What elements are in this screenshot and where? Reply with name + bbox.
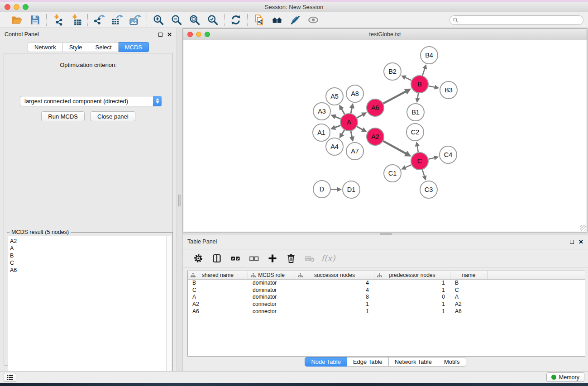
graph-edge-A-A2[interactable] [357,127,363,130]
graph-edge-B-B4[interactable] [422,68,425,76]
delete-row-button[interactable] [285,252,297,265]
export-image-button[interactable] [129,14,142,26]
graph-edge-A-A5[interactable] [341,109,344,114]
table-tab-motifs[interactable]: Motifs [438,357,466,367]
close-panel-icon[interactable]: ✕ [167,33,172,37]
result-item[interactable]: B [10,252,166,259]
control-tab-mcds[interactable]: MCDS [119,42,149,52]
zoom-out-button[interactable] [170,14,183,26]
fx-icon: f(x) [321,253,335,263]
table-tab-edge-table[interactable]: Edge Table [347,357,389,367]
network-graph[interactable]: A5A8A6A3AA1A2A4A7B2B4BB3B1C2CC4C1C3DD1 [183,40,587,232]
task-history-button[interactable] [4,373,16,382]
table-tab-node-table[interactable]: Node Table [305,357,347,367]
vertical-splitter[interactable] [177,28,183,371]
refresh-button[interactable] [229,14,242,26]
export-table-icon [111,14,123,26]
save-session-button[interactable] [29,14,41,26]
node-label: A6 [371,104,379,111]
control-tab-network[interactable]: Network [28,42,63,52]
graph-edge-C-C3[interactable] [422,170,425,177]
edge-arrowhead-icon [349,136,354,142]
control-tab-select[interactable]: Select [89,42,119,52]
table-cell: dominator [248,287,295,294]
open-session-button[interactable] [10,14,23,26]
float-panel-icon[interactable] [570,240,574,244]
table-tab-network-table[interactable]: Network Table [389,357,438,367]
resize-grip-icon[interactable] [580,225,586,231]
splitter-handle[interactable] [380,233,392,235]
table-settings-button[interactable] [192,252,205,265]
graph-edge-B-B3[interactable] [429,86,435,87]
table-cell: C [450,287,488,294]
import-table-button[interactable] [70,14,82,26]
show-columns-button[interactable] [210,252,223,265]
run-mcds-button[interactable]: Run MCDS [41,111,85,121]
node-table[interactable]: shared nameMCDS rolesuccessor nodesprede… [187,271,585,357]
column-header-MCDS-role[interactable]: MCDS role [248,271,295,279]
result-item[interactable]: A2 [10,238,166,245]
graph-edge-A-A6[interactable] [357,114,363,118]
memory-button[interactable]: Memory [546,372,584,382]
export-table-button[interactable] [111,14,124,26]
graph-edge-B-B2[interactable] [405,77,411,80]
graph-edge-C-C4[interactable] [429,157,435,159]
graph-edge-A6-B[interactable] [383,91,406,104]
select-all-button[interactable] [229,252,242,265]
graph-edge-C-C1[interactable] [405,165,411,168]
export-image-icon [129,14,141,26]
toggle-visibility-button[interactable] [307,14,320,26]
plus-icon [267,253,278,264]
column-header-shared-name[interactable]: shared name [188,271,248,279]
houses-icon [271,14,283,26]
graph-edge-A-A1[interactable] [334,125,340,128]
result-item[interactable]: A6 [10,267,166,274]
mcds-panel: Optimization criterion: largest connecte… [4,53,173,366]
add-row-button[interactable] [266,252,279,265]
mcds-result-list[interactable]: A2ABCA6 [8,236,166,386]
result-item[interactable]: C [10,259,166,267]
table-row[interactable]: Bdominator41B [188,280,585,287]
network-window-titlebar[interactable]: testGlobe.txt [183,29,587,40]
search-field[interactable] [449,15,583,25]
home-button[interactable] [271,14,283,26]
graph-edge-A-A8[interactable] [351,107,352,114]
close-panel-icon[interactable]: ✕ [578,240,583,244]
table-row[interactable]: Cdominator41C [188,287,585,294]
network-canvas[interactable]: A5A8A6A3AA1A2A4A7B2B4BB3B1C2CC4C1C3DD1 [183,40,587,232]
column-header-name[interactable]: name [450,271,488,279]
table-cell: 1 [374,280,450,287]
zoom-fit-button[interactable] [188,14,201,26]
toggle-annotations-button[interactable] [289,14,301,26]
edge-arrowhead-icon [422,175,426,181]
column-header-predecessor-nodes[interactable]: predecessor nodes [374,271,450,279]
graph-edge-A-A3[interactable] [335,116,340,119]
column-header-successor-nodes[interactable]: successor nodes [295,271,374,279]
result-scrollbar[interactable] [166,236,172,386]
table-row[interactable]: A2connector11A2 [188,301,585,308]
table-row[interactable]: A6connector11A6 [188,308,585,315]
graph-edge-C-C2[interactable] [417,145,418,152]
table-cell: 1 [374,308,450,315]
function-builder-button[interactable]: f(x) [322,252,335,265]
splitter-handle[interactable] [178,195,181,206]
float-panel-icon[interactable] [158,33,163,37]
import-network-button[interactable] [52,14,64,26]
search-input[interactable] [459,16,583,24]
criterion-dropdown[interactable]: largest connected component (directed) [20,96,162,106]
node-label: C1 [388,170,397,177]
table-header: shared nameMCDS rolesuccessor nodesprede… [188,271,585,280]
graph-edge-A2-C[interactable] [383,141,406,154]
control-tab-style[interactable]: Style [63,42,89,52]
close-panel-button[interactable]: Close panel [91,111,135,121]
delete-table-button[interactable] [303,252,316,265]
zoom-in-button[interactable] [152,14,165,26]
zoom-selected-button[interactable] [206,14,219,26]
duplicate-network-button[interactable] [253,14,265,26]
result-item[interactable]: A [10,245,166,252]
export-network-button[interactable] [93,14,105,26]
search-icon [453,17,459,23]
deselect-all-button[interactable] [248,252,260,265]
graph-edge-A-A7[interactable] [351,131,352,138]
table-row[interactable]: Adominator80A [188,294,585,301]
